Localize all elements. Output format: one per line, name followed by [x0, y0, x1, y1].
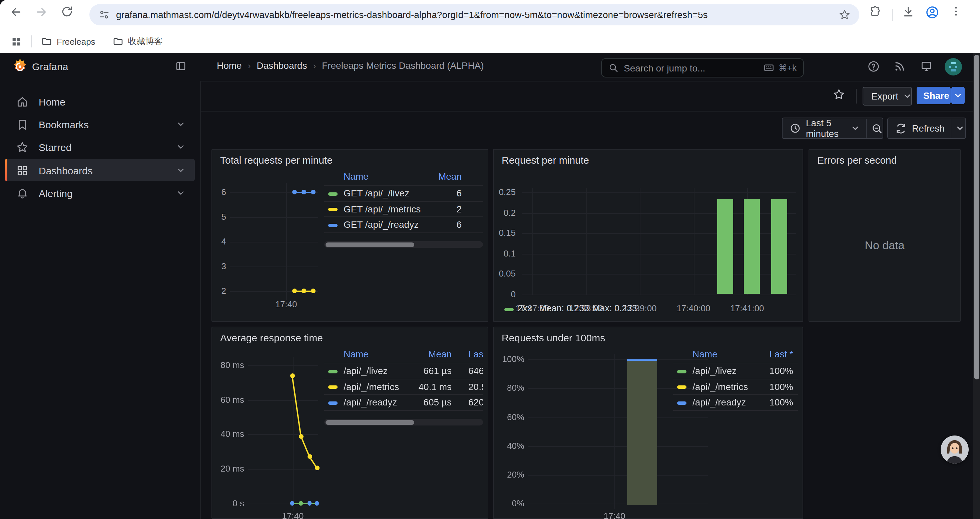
reload-icon[interactable] [61, 5, 80, 24]
back-icon[interactable] [10, 5, 28, 24]
legend-value: 6 [382, 188, 461, 198]
panel-request-per-minute[interactable]: Request per minute 0.250.20.150.10.05017… [493, 149, 803, 322]
legend-max: Max: 0.233 [592, 303, 637, 313]
data-point [299, 501, 303, 506]
panel-title[interactable]: Average response time [220, 332, 323, 343]
profile-icon[interactable] [925, 5, 944, 24]
sidebar-nav: Home Bookmarks Starred Dashboards Alerti… [0, 81, 201, 519]
percentile-area [627, 359, 657, 505]
panel-title[interactable]: Errors per second [817, 154, 897, 166]
sidebar-item-bookmarks[interactable]: Bookmarks [0, 113, 200, 136]
gridline [694, 188, 694, 295]
refresh-interval-dropdown[interactable] [955, 124, 965, 133]
refresh-icon[interactable] [895, 123, 907, 134]
legend-column-header[interactable]: Name [344, 171, 369, 182]
news-rss-icon[interactable] [893, 60, 906, 73]
chevron-down-icon [953, 91, 963, 100]
legend-value: 20.5 r [468, 381, 483, 392]
url-text[interactable]: grafana.mathmast.com/d/deytv4rwavabkb/fr… [116, 10, 838, 20]
gridline [586, 188, 587, 295]
bookmark-folder-blogs[interactable]: 收藏博客 [113, 35, 163, 48]
legend-divider [324, 185, 483, 185]
grafana-header: Grafana Home › Dashboards › Freeleaps Me… [0, 53, 980, 81]
search-input[interactable]: Search or jump to... ⌘+k [601, 58, 804, 77]
legend-value: 2 [382, 203, 461, 214]
refresh-button[interactable]: Refresh [912, 123, 945, 134]
forward-icon[interactable] [35, 5, 53, 24]
bookmark-folder-freeleaps[interactable]: Freeleaps [41, 36, 95, 47]
legend-column-header[interactable]: Mean [382, 171, 461, 182]
grafana-logo[interactable] [11, 57, 29, 76]
sidebar-item-dashboards[interactable]: Dashboards [0, 159, 200, 182]
legend-column-header[interactable]: Las [468, 349, 483, 359]
url-bar[interactable]: grafana.mathmast.com/d/deytv4rwavabkb/fr… [89, 4, 859, 26]
help-icon[interactable] [867, 60, 880, 73]
extensions-icon[interactable] [869, 5, 888, 24]
scrollbar-thumb[interactable] [974, 55, 979, 379]
user-avatar[interactable] [945, 58, 962, 75]
scrollbar-thumb[interactable] [326, 420, 414, 425]
panel-title[interactable]: Requests under 100ms [502, 332, 605, 343]
bookmark-icon [16, 118, 29, 131]
legend-hscrollbar[interactable] [324, 241, 483, 248]
legend-hscrollbar[interactable] [324, 419, 483, 425]
floating-avatar[interactable] [941, 436, 969, 463]
y-axis-label: 20% [494, 469, 524, 480]
sidebar-item-alerting[interactable]: Alerting [0, 182, 200, 204]
panel-average-response-time[interactable]: Average response time 80 ms60 ms40 ms20 … [212, 327, 488, 519]
time-range-picker[interactable]: Last 5 minutes [806, 118, 846, 139]
sidebar-item-starred[interactable]: Starred [0, 136, 200, 158]
breadcrumb-current: Freeleaps Metrics Dashboard (ALPHA) [322, 60, 484, 71]
scrollbar-thumb[interactable] [326, 242, 414, 247]
bookmark-star-icon[interactable] [838, 9, 851, 21]
chevron-down-icon [903, 91, 912, 101]
panel-requests-under-100ms[interactable]: Requests under 100ms 100%80%60%40%20%0%1… [493, 327, 803, 519]
y-axis-label: 6 [212, 187, 226, 197]
gridline [248, 434, 318, 435]
legend-value: 100% [713, 381, 793, 392]
legend-column-header[interactable]: Name [344, 349, 369, 359]
share-button[interactable]: Share [916, 87, 951, 104]
data-point [301, 190, 306, 194]
y-axis-label: 0.05 [494, 268, 516, 278]
favorite-star-icon[interactable] [832, 88, 845, 101]
zoom-out-icon[interactable] [871, 123, 883, 134]
export-button[interactable]: Export [862, 87, 912, 105]
legend-series-name[interactable]: 2xx [518, 303, 532, 313]
gridline [230, 241, 318, 242]
panel-total-requests-per-minute[interactable]: Total requests per minute 6543217:40Name… [212, 149, 488, 322]
downloads-icon[interactable] [902, 5, 921, 24]
legend-value: 6 [382, 219, 461, 230]
screen: grafana.mathmast.com/d/deytv4rwavabkb/fr… [0, 0, 980, 519]
gridline [230, 266, 318, 267]
legend-column-header[interactable]: Mean [372, 349, 452, 359]
dock-menu-icon[interactable] [175, 60, 187, 72]
legend-divider [673, 394, 798, 395]
chevron-down-icon [176, 142, 185, 152]
home-icon [16, 95, 29, 108]
data-point [315, 501, 319, 506]
legend-divider [324, 232, 483, 233]
series-color-swatch [677, 401, 686, 404]
chevron-down-icon [176, 166, 185, 175]
site-settings-icon[interactable] [99, 10, 110, 20]
legend-divider [324, 216, 483, 217]
kiosk-monitor-icon[interactable] [920, 60, 932, 73]
panel-title[interactable]: Total requests per minute [220, 154, 332, 166]
sidebar-item-home[interactable]: Home [0, 90, 200, 113]
page-scrollbar[interactable] [973, 53, 980, 519]
bar-2xx [717, 200, 733, 294]
apps-grid-icon[interactable] [11, 36, 22, 47]
share-menu-button[interactable] [951, 87, 965, 104]
bookmark-label: 收藏博客 [128, 35, 163, 48]
series-color-swatch [328, 385, 337, 389]
gridline [248, 469, 318, 469]
browser-menu-icon[interactable] [950, 5, 969, 24]
legend-divider [673, 363, 798, 363]
panel-title[interactable]: Request per minute [502, 154, 589, 166]
legend-column-header[interactable]: Last * [713, 349, 793, 359]
panel-errors-per-second[interactable]: Errors per second No data [808, 149, 961, 322]
breadcrumb-dashboards[interactable]: Dashboards [256, 60, 307, 71]
breadcrumb-home[interactable]: Home [217, 60, 242, 71]
gridline [248, 400, 318, 401]
